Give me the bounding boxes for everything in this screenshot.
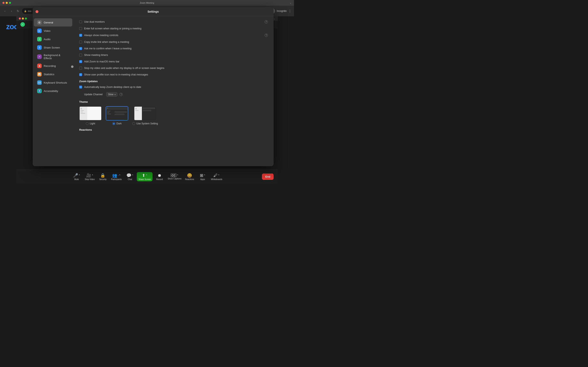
theme-radio-light-input[interactable] [86, 122, 89, 125]
zoom-close-button[interactable] [19, 17, 21, 20]
browser-close-button[interactable] [2, 2, 4, 4]
sidebar-item-general[interactable]: ⚙ General [34, 18, 72, 26]
end-button[interactable]: End [262, 174, 274, 180]
more-options-button[interactable]: ⋮ [288, 9, 292, 13]
whiteboards-button[interactable]: 🖊 ▲ Whiteboards [210, 172, 224, 181]
sidebar-label-general: General [44, 21, 53, 24]
dual-monitors-row: Use dual monitors ? [79, 20, 268, 24]
browser-minimize-button[interactable] [6, 2, 8, 4]
reload-button[interactable]: ↻ [16, 8, 20, 13]
sidebar-item-recording[interactable]: ⏺ Recording [34, 62, 72, 70]
theme-radio-dark: Dark [112, 122, 121, 125]
browser-maximize-button[interactable] [9, 2, 11, 4]
chat-button[interactable]: 💬 ▲ Chat [124, 172, 136, 181]
share-screen-icon: ⬆ [142, 173, 145, 178]
whiteboards-label: Whiteboards [211, 178, 222, 180]
update-channel-select[interactable]: Slow ▾ [106, 92, 117, 97]
apps-arrow: ▲ [204, 174, 205, 175]
sidebar-item-video[interactable]: ▶ Video [34, 27, 72, 35]
show-profile-icon-checkbox[interactable] [79, 73, 82, 76]
lock-icon: 🔒 [24, 10, 26, 12]
security-icon: 🔒 [100, 173, 105, 178]
settings-header: Settings [33, 7, 274, 16]
sidebar-item-statistics[interactable]: 📊 Statistics [34, 70, 72, 78]
theme-radio-system-input[interactable] [132, 122, 135, 125]
update-channel-help[interactable]: ? [120, 93, 123, 96]
stop-video-button[interactable]: 🎥 ▲ Stop Video [84, 172, 96, 181]
settings-modal: Settings ⚙ General ▶ Video 🎙 Audio ⬆ Sha… [33, 7, 274, 166]
auto-update-checkbox[interactable] [79, 86, 82, 89]
theme-preview-dark[interactable] [106, 106, 128, 120]
sidebar-label-keyboard: Keyboard Shortcuts [44, 81, 67, 84]
captions-icon: CC [171, 174, 176, 177]
share-screen-label: Share Screen [138, 178, 151, 180]
show-timers-checkbox[interactable] [79, 54, 82, 57]
sidebar-label-video: Video [44, 29, 51, 33]
channel-dropdown-icon: ▾ [114, 93, 116, 96]
add-menubar-row: Add Zoom to macOS menu bar [79, 60, 268, 63]
sidebar-item-accessibility[interactable]: ♿ Accessibility [34, 87, 72, 95]
security-button[interactable]: 🔒 Security [97, 172, 109, 181]
show-controls-checkbox[interactable] [79, 34, 82, 37]
reactions-button[interactable]: 😀 Reactions [183, 172, 196, 181]
update-channel-row: Update Channel Slow ▾ ? [79, 92, 268, 97]
stop-video-label: Stop Video [85, 178, 95, 180]
sidebar-item-background[interactable]: ✦ Background & Effects [34, 52, 72, 62]
dual-monitors-help[interactable]: ? [265, 20, 268, 24]
theme-option-system: Use System Setting [132, 106, 158, 125]
full-screen-label: Enter full screen when starting or joini… [84, 27, 268, 30]
sidebar-label-recording: Recording [44, 64, 56, 67]
chat-arrow: ▲ [132, 174, 134, 175]
sidebar-item-keyboard[interactable]: ⌨ Keyboard Shortcuts [34, 78, 72, 87]
apps-label: Apps [200, 178, 205, 180]
theme-label-dark: Dark [116, 122, 121, 125]
browser-traffic-lights [2, 2, 11, 4]
dual-monitors-label: Use dual monitors [84, 20, 263, 23]
apps-button[interactable]: ⊞ ▲ Apps [197, 172, 209, 181]
theme-preview-light[interactable] [79, 106, 102, 120]
mute-arrow: ▲ [79, 174, 80, 175]
show-controls-help[interactable]: ? [265, 34, 268, 37]
zoom-maximize-button[interactable] [25, 17, 27, 20]
zoom-meeting-traffic-lights [19, 17, 27, 20]
recording-sidebar-icon: ⏺ [37, 64, 42, 68]
settings-close-button[interactable] [35, 10, 38, 13]
forward-button[interactable]: › [9, 8, 14, 13]
captions-button[interactable]: CC ▲ Show Captions [166, 173, 182, 181]
confirm-leave-label: Ask me to confirm when I leave a meeting [84, 47, 268, 50]
zoom-minimize-button[interactable] [22, 17, 24, 20]
stop-on-screensaver-checkbox[interactable] [79, 67, 82, 69]
back-button[interactable]: ‹ [2, 8, 7, 13]
theme-preview-system[interactable] [134, 106, 156, 120]
whiteboards-arrow: ▲ [218, 174, 220, 175]
background-sidebar-icon: ✦ [37, 54, 42, 59]
dual-monitors-checkbox[interactable] [79, 20, 82, 23]
record-label: Record [156, 178, 163, 180]
reactions-icon: 😀 [187, 173, 192, 178]
browser-collapse[interactable]: ⌄ [290, 1, 292, 4]
mute-button[interactable]: 🎤 ▲ Mute [70, 172, 83, 181]
settings-title: Settings [147, 10, 159, 13]
theme-radio-system: Use System Setting [132, 122, 158, 125]
full-screen-checkbox[interactable] [79, 27, 82, 30]
confirm-leave-checkbox[interactable] [79, 47, 82, 50]
settings-sidebar: ⚙ General ▶ Video 🎙 Audio ⬆ Share Screen… [33, 16, 73, 166]
address-text: zoo [28, 10, 31, 12]
theme-label-light: Light [90, 122, 95, 125]
participants-button[interactable]: 👥1 ▲ Participants [110, 172, 123, 181]
theme-radio-dark-input[interactable] [112, 122, 115, 125]
zoom-collapse-icon[interactable]: ⌄ [274, 17, 275, 20]
copy-invite-row: Copy invite link when starting a meeting [79, 41, 268, 43]
video-sidebar-icon: ▶ [37, 29, 42, 33]
auto-update-row: Automatically keep Zoom desktop client u… [79, 86, 268, 89]
share-screen-button[interactable]: ⬆ ▲ Share Screen [137, 172, 153, 181]
copy-invite-checkbox[interactable] [79, 41, 82, 43]
add-menubar-checkbox[interactable] [79, 60, 82, 63]
audio-sidebar-icon: 🎙 [37, 37, 42, 42]
sidebar-label-audio: Audio [44, 38, 51, 41]
add-menubar-label: Add Zoom to macOS menu bar [84, 60, 268, 63]
record-button[interactable]: ⏺ Record [153, 172, 165, 181]
sidebar-item-share-screen[interactable]: ⬆ Share Screen [34, 43, 72, 52]
settings-main-panel: Use dual monitors ? Enter full screen wh… [73, 16, 274, 166]
sidebar-item-audio[interactable]: 🎙 Audio [34, 35, 72, 43]
